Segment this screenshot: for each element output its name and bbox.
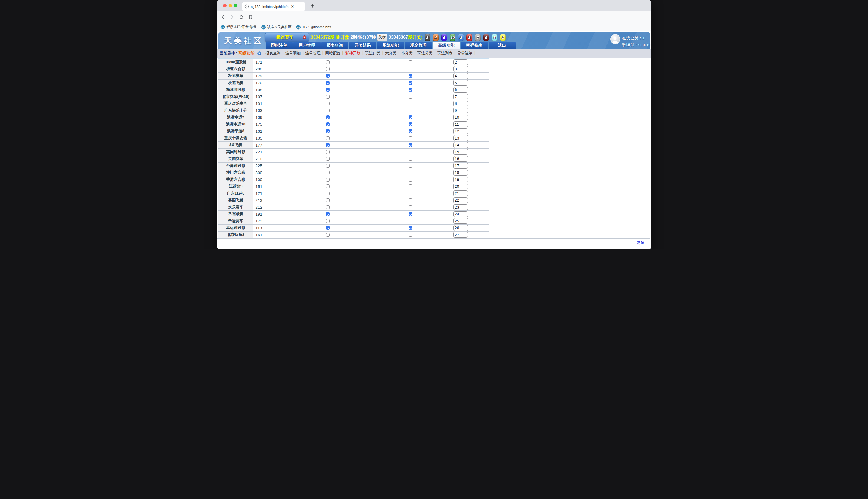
back-icon[interactable]	[221, 15, 226, 20]
lottery-select-dropdown[interactable]: 极速赛车	[265, 33, 309, 42]
subnav-item-玩法分类[interactable]: 玩法分类	[417, 51, 433, 55]
new-tab-button[interactable]	[309, 2, 316, 9]
bookmark-item[interactable]: Tm程序搭建/开发/修复	[221, 25, 257, 29]
enable-checkbox-2[interactable]	[408, 101, 412, 105]
order-input[interactable]	[453, 66, 468, 72]
bookmark-item[interactable]: TmTG：@tianmeibbs	[297, 25, 331, 29]
enable-checkbox-1[interactable]	[326, 129, 330, 133]
order-input[interactable]	[453, 101, 468, 107]
enable-checkbox-1[interactable]	[326, 205, 330, 209]
enable-checkbox-1[interactable]	[326, 95, 330, 99]
order-input[interactable]	[453, 177, 468, 182]
enable-checkbox-2[interactable]	[408, 171, 412, 174]
subnav-item-小分类[interactable]: 小分类	[401, 51, 413, 55]
enable-checkbox-1[interactable]	[326, 226, 330, 230]
enable-checkbox-2[interactable]	[408, 164, 412, 168]
order-input[interactable]	[453, 156, 468, 162]
enable-checkbox-2[interactable]	[408, 233, 412, 237]
order-input[interactable]	[453, 87, 468, 93]
enable-checkbox-1[interactable]	[326, 74, 330, 78]
close-market-button[interactable]: 关盘	[377, 34, 387, 41]
order-input[interactable]	[453, 135, 468, 141]
enable-checkbox-2[interactable]	[408, 115, 412, 119]
subnav-item-彩种开放[interactable]: 彩种开放	[345, 51, 360, 55]
tab-close-icon[interactable]: ✕	[291, 4, 294, 9]
enable-checkbox-1[interactable]	[326, 109, 330, 112]
order-input[interactable]	[453, 114, 468, 120]
subnav-item-注单管理[interactable]: 注单管理	[305, 51, 320, 55]
enable-checkbox-1[interactable]	[326, 184, 330, 188]
order-input[interactable]	[453, 129, 468, 134]
nav-tab-用户管理[interactable]: 用户管理	[293, 42, 320, 49]
order-input[interactable]	[453, 121, 468, 127]
order-input[interactable]	[453, 225, 468, 231]
enable-checkbox-1[interactable]	[326, 115, 330, 119]
order-input[interactable]	[453, 80, 468, 86]
enable-checkbox-2[interactable]	[408, 60, 412, 64]
enable-checkbox-1[interactable]	[326, 67, 330, 71]
enable-checkbox-2[interactable]	[408, 150, 412, 154]
enable-checkbox-2[interactable]	[408, 212, 412, 216]
enable-checkbox-2[interactable]	[408, 157, 412, 161]
enable-checkbox-1[interactable]	[326, 192, 330, 195]
order-input[interactable]	[453, 73, 468, 79]
enable-checkbox-2[interactable]	[408, 184, 412, 188]
enable-checkbox-2[interactable]	[408, 219, 412, 223]
enable-checkbox-2[interactable]	[408, 74, 412, 78]
forward-icon[interactable]	[230, 15, 235, 20]
order-input[interactable]	[453, 170, 468, 175]
subnav-item-网站配置[interactable]: 网站配置	[325, 51, 340, 55]
enable-checkbox-2[interactable]	[408, 198, 412, 202]
enable-checkbox-1[interactable]	[326, 178, 330, 182]
order-input[interactable]	[453, 163, 468, 169]
bookmark-flag-icon[interactable]	[248, 15, 253, 20]
enable-checkbox-1[interactable]	[326, 233, 330, 237]
enable-checkbox-1[interactable]	[326, 198, 330, 202]
enable-checkbox-2[interactable]	[408, 67, 412, 71]
order-input[interactable]	[453, 232, 468, 238]
enable-checkbox-2[interactable]	[408, 178, 412, 182]
subnav-item-玩法归类[interactable]: 玩法归类	[365, 51, 380, 55]
nav-tab-退出[interactable]: 退出	[489, 42, 516, 49]
enable-checkbox-2[interactable]	[408, 136, 412, 140]
enable-checkbox-2[interactable]	[408, 109, 412, 112]
nav-tab-系统功能[interactable]: 系统功能	[377, 42, 404, 49]
order-input[interactable]	[453, 94, 468, 99]
enable-checkbox-2[interactable]	[408, 129, 412, 133]
bookmark-item[interactable]: Tm认准->天美社区	[262, 25, 292, 29]
subnav-item-大分类[interactable]: 大分类	[385, 51, 397, 55]
enable-checkbox-1[interactable]	[326, 88, 330, 92]
more-link[interactable]: 更多	[637, 240, 645, 245]
order-input[interactable]	[453, 211, 468, 217]
order-input[interactable]	[453, 142, 468, 148]
order-input[interactable]	[453, 108, 468, 113]
enable-checkbox-1[interactable]	[326, 60, 330, 64]
order-input[interactable]	[453, 59, 468, 65]
enable-checkbox-2[interactable]	[408, 122, 412, 126]
order-input[interactable]	[453, 184, 468, 190]
order-input[interactable]	[453, 197, 468, 203]
order-input[interactable]	[453, 149, 468, 155]
enable-checkbox-2[interactable]	[408, 95, 412, 99]
enable-checkbox-1[interactable]	[326, 122, 330, 126]
enable-checkbox-2[interactable]	[408, 226, 412, 230]
enable-checkbox-2[interactable]	[408, 81, 412, 85]
enable-checkbox-1[interactable]	[326, 171, 330, 174]
order-input[interactable]	[453, 218, 468, 224]
enable-checkbox-2[interactable]	[408, 143, 412, 147]
nav-tab-密码修改[interactable]: 密码修改	[461, 42, 488, 49]
nav-tab-即时注单[interactable]: 即时注单	[266, 42, 293, 49]
enable-checkbox-1[interactable]	[326, 143, 330, 147]
nav-tab-高级功能[interactable]: 高级功能	[433, 42, 460, 49]
fullscreen-window-button[interactable]	[234, 4, 237, 7]
enable-checkbox-1[interactable]	[326, 164, 330, 168]
enable-checkbox-1[interactable]	[326, 150, 330, 154]
order-input[interactable]	[453, 204, 468, 210]
enable-checkbox-2[interactable]	[408, 192, 412, 195]
enable-checkbox-1[interactable]	[326, 81, 330, 85]
nav-tab-现金管理[interactable]: 现金管理	[405, 42, 432, 49]
enable-checkbox-1[interactable]	[326, 157, 330, 161]
order-input[interactable]	[453, 191, 468, 196]
subnav-item-异常注单[interactable]: 异常注单	[457, 51, 473, 55]
browser-tab[interactable]: sg138.timibbs.vip/hide/admin.php ✕	[242, 2, 305, 11]
